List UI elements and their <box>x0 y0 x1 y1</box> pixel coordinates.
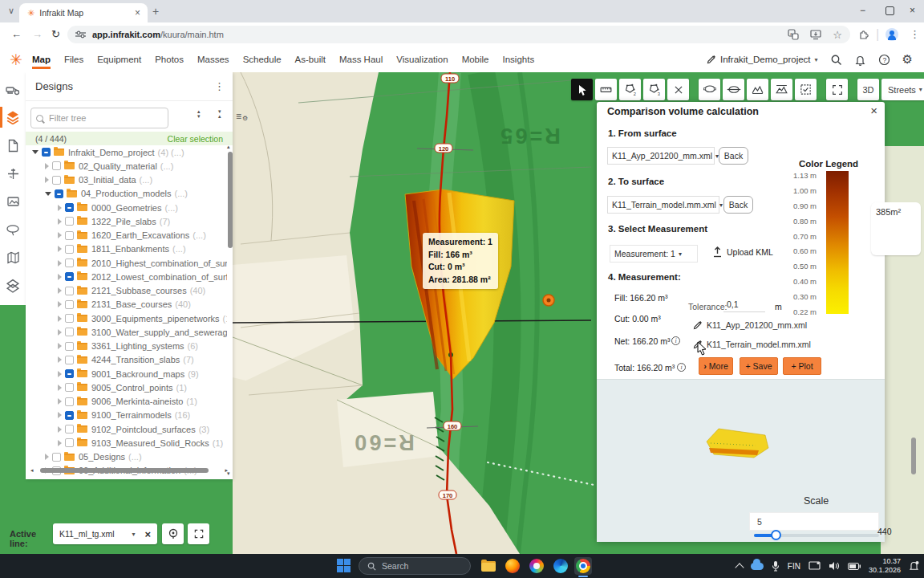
url-text[interactable]: app.infrakit.com/kuura/main.htm <box>92 30 224 39</box>
tab-search-chevron-icon[interactable]: ∨ <box>8 6 14 16</box>
extensions-icon[interactable] <box>858 29 869 40</box>
expander-icon[interactable] <box>45 163 49 169</box>
tree-row[interactable]: 03_Initial_data(...) <box>26 173 227 187</box>
tree-checkbox[interactable] <box>65 314 74 323</box>
expander-icon[interactable] <box>45 454 49 460</box>
notifications-icon[interactable] <box>909 560 919 572</box>
tree-checkbox[interactable] <box>65 342 74 351</box>
save-button[interactable]: +Save <box>740 357 778 375</box>
upload-icon[interactable] <box>712 246 723 258</box>
cross-section-tool[interactable] <box>771 79 792 100</box>
tree-row[interactable]: 2012_Lowest_combination_of_surface(43) <box>26 270 227 283</box>
tree-row[interactable]: 0000_Geometries(...) <box>26 201 227 214</box>
total-info-icon[interactable]: i <box>677 363 686 372</box>
nav-visualization[interactable]: Visualization <box>396 50 448 69</box>
project-selector[interactable]: Infrakit_Demo_project ▾ <box>707 55 818 64</box>
map-pin[interactable] <box>543 295 554 306</box>
edge-icon[interactable] <box>552 557 569 575</box>
scroll-right-icon[interactable]: ▸ <box>225 467 228 474</box>
tree-row[interactable]: 1620_Earth_Excavations(...) <box>26 229 227 242</box>
language-indicator[interactable]: FIN <box>788 562 800 571</box>
start-button[interactable] <box>337 559 351 572</box>
nav-as-built[interactable]: As-built <box>295 50 326 69</box>
expander-icon[interactable] <box>58 246 62 252</box>
measure-polygon-3-tool[interactable]: 3 <box>643 79 665 100</box>
expander-icon[interactable] <box>58 232 62 238</box>
tree-checkbox[interactable] <box>65 231 74 240</box>
tree-row[interactable]: 3100_Water_supply_and_sewerage(...) <box>26 325 227 339</box>
back-button[interactable]: ← <box>11 28 22 40</box>
measure-distance-tool[interactable] <box>595 79 617 100</box>
expander-icon[interactable] <box>58 426 62 433</box>
tree-row[interactable]: 9005_Control_points(1) <box>26 381 227 394</box>
onedrive-icon[interactable] <box>751 563 764 570</box>
clear-measurement-tool[interactable] <box>667 79 689 100</box>
tree-checkbox[interactable] <box>52 176 61 185</box>
window-minimize-button[interactable]: − <box>860 5 865 16</box>
tree-checkbox[interactable] <box>65 369 74 378</box>
measurement-select[interactable]: Measurement: 1▾ <box>610 245 698 263</box>
tree-row[interactable]: 04_Production_models(...) <box>26 187 227 201</box>
profile-avatar[interactable] <box>886 28 898 41</box>
active-line-select[interactable]: K11_ml_tg.xml ▾ × <box>53 523 157 544</box>
address-bar[interactable]: app.infrakit.com/kuura/main.htm a ☆ <box>67 26 850 43</box>
expander-icon[interactable] <box>32 150 38 154</box>
expander-icon[interactable] <box>58 274 62 280</box>
tree-row[interactable]: 2131_Base_courses(40) <box>26 298 227 311</box>
tree-row[interactable]: 9100_Terrainmodels(16) <box>26 409 227 422</box>
net-info-icon[interactable]: i <box>671 336 680 345</box>
tree-checkbox[interactable] <box>55 189 63 198</box>
tree-checkbox[interactable] <box>65 272 74 281</box>
nav-photos[interactable]: Photos <box>155 50 184 69</box>
tree-row[interactable]: 9102_Pointcloud_surfaces(3) <box>26 422 227 436</box>
tolerance-input[interactable]: 0,1 <box>723 297 765 312</box>
taskbar-clock[interactable]: 10.37 30.1.2026 <box>869 557 901 575</box>
nav-map[interactable]: Map <box>32 50 51 69</box>
help-icon[interactable]: ? <box>878 54 890 66</box>
scale-slider[interactable] <box>754 534 879 537</box>
select-cursor-tool[interactable] <box>571 79 593 100</box>
cast-icon[interactable] <box>808 561 821 571</box>
filter-tree-field[interactable] <box>30 108 168 128</box>
tree-checkbox[interactable] <box>65 287 74 295</box>
3d-view-button[interactable]: 3D <box>857 79 879 100</box>
forward-button[interactable]: → <box>32 28 43 40</box>
map-scrollbar-thumb[interactable] <box>911 438 916 474</box>
new-tab-button[interactable]: + <box>152 5 159 18</box>
tree-row[interactable]: Infrakit_Demo_project(4) (...) <box>26 145 227 159</box>
tree-checkbox[interactable] <box>42 148 51 157</box>
tree-checkbox[interactable] <box>65 258 74 267</box>
tree-row[interactable]: 02_Quality_material(...) <box>26 159 227 173</box>
more-button[interactable]: ›More <box>699 357 733 375</box>
microphone-icon[interactable] <box>772 560 780 572</box>
surfaces-icon[interactable] <box>0 277 26 295</box>
plot-button[interactable]: +Plot <box>783 357 821 375</box>
collapse-all-icon[interactable]: ▾▴ <box>218 109 221 119</box>
scrollbar-thumb[interactable] <box>40 468 209 473</box>
draw-area-tool[interactable] <box>699 79 720 100</box>
tree-checkbox[interactable] <box>65 203 74 212</box>
scrollbar-thumb[interactable] <box>228 152 233 248</box>
window-maximize-button[interactable] <box>886 6 894 15</box>
expander-icon[interactable] <box>58 385 62 391</box>
clear-active-line-icon[interactable]: × <box>144 528 151 540</box>
expander-icon[interactable] <box>58 301 62 307</box>
expander-icon[interactable] <box>58 356 62 363</box>
nav-equipment[interactable]: Equipment <box>97 50 141 69</box>
tree-checkbox[interactable] <box>65 245 74 254</box>
equipment-icon[interactable] <box>0 80 26 98</box>
tree-row[interactable]: 1322_Pile_slabs(7) <box>26 214 227 228</box>
expander-icon[interactable] <box>58 412 62 418</box>
tree-checkbox[interactable] <box>65 438 74 447</box>
tree-row[interactable]: 3361_Lighting_systems(6) <box>26 340 227 353</box>
photos-icon[interactable] <box>0 193 26 210</box>
search-icon[interactable] <box>830 54 842 66</box>
tree-horizontal-scrollbar[interactable]: ◂ ▸ <box>30 467 228 474</box>
from-surface-back-button[interactable]: Back <box>719 147 748 165</box>
expander-icon[interactable] <box>58 315 62 322</box>
lasso-icon[interactable] <box>0 221 26 238</box>
basemap-selector[interactable]: Streets ▾ <box>881 79 924 100</box>
bookmark-star-icon[interactable]: ☆ <box>833 29 842 41</box>
expand-all-icon[interactable]: ▴▾ <box>197 109 201 119</box>
browser-tab[interactable]: ✳ Infrakit Map × <box>19 3 148 22</box>
